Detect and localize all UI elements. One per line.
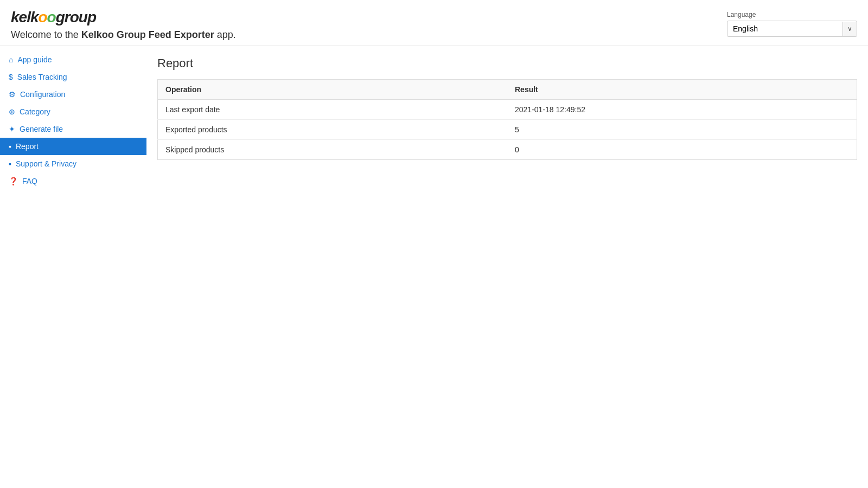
- sidebar-item-sales-tracking[interactable]: $Sales Tracking: [0, 68, 146, 86]
- column-operation: Operation: [158, 80, 508, 100]
- sidebar-label-report: Report: [16, 142, 39, 151]
- sidebar-icon-generate-file: ✦: [9, 125, 15, 133]
- logo-o1: o: [39, 9, 47, 25]
- chevron-down-icon: ∨: [843, 22, 857, 36]
- table-row: Skipped products0: [158, 140, 857, 160]
- table-body: Last export date2021-01-18 12:49:52Expor…: [158, 100, 857, 160]
- cell-operation-2: Skipped products: [158, 140, 508, 160]
- cell-result-1: 5: [507, 120, 857, 140]
- sidebar: ⌂App guide$Sales Tracking⚙Configuration⊕…: [0, 46, 146, 474]
- sidebar-label-category: Category: [20, 107, 50, 116]
- sidebar-label-support-privacy: Support & Privacy: [16, 159, 76, 168]
- sidebar-item-report[interactable]: ▪Report: [0, 138, 146, 155]
- sidebar-item-generate-file[interactable]: ✦Generate file: [0, 120, 146, 138]
- sidebar-label-app-guide: App guide: [17, 55, 52, 64]
- sidebar-item-faq[interactable]: ❓FAQ: [0, 172, 146, 190]
- table-header-row: Operation Result: [158, 80, 857, 100]
- sidebar-item-configuration[interactable]: ⚙Configuration: [0, 86, 146, 103]
- language-selector[interactable]: Language English ∨: [727, 11, 857, 37]
- column-result: Result: [507, 80, 857, 100]
- sidebar-label-faq: FAQ: [22, 177, 37, 185]
- sidebar-item-app-guide[interactable]: ⌂App guide: [0, 51, 146, 68]
- table-header: Operation Result: [158, 80, 857, 100]
- welcome-prefix: Welcome to the: [11, 29, 81, 40]
- cell-operation-0: Last export date: [158, 100, 508, 120]
- sidebar-icon-support-privacy: ▪: [9, 159, 11, 168]
- logo-text: kelkoogroup: [11, 9, 96, 26]
- welcome-suffix: app.: [214, 29, 236, 40]
- sidebar-icon-app-guide: ⌂: [9, 55, 13, 64]
- cell-result-0: 2021-01-18 12:49:52: [507, 100, 857, 120]
- table-row: Last export date2021-01-18 12:49:52: [158, 100, 857, 120]
- main-content: Report Operation Result Last export date…: [146, 46, 868, 474]
- layout: ⌂App guide$Sales Tracking⚙Configuration⊕…: [0, 46, 868, 474]
- logo-part1: kelk: [11, 9, 39, 25]
- sidebar-icon-configuration: ⚙: [9, 90, 16, 99]
- cell-result-2: 0: [507, 140, 857, 160]
- sidebar-icon-category: ⊕: [9, 107, 15, 116]
- sidebar-icon-faq: ❓: [9, 177, 18, 185]
- sidebar-label-configuration: Configuration: [20, 90, 65, 99]
- sidebar-icon-report: ▪: [9, 142, 11, 151]
- report-title: Report: [157, 56, 857, 70]
- language-select-wrapper[interactable]: English ∨: [727, 21, 857, 37]
- header: kelkoogroup Welcome to the Kelkoo Group …: [0, 0, 868, 46]
- logo-part2: group: [56, 9, 96, 25]
- sidebar-label-generate-file: Generate file: [20, 125, 63, 133]
- logo-o2: o: [47, 9, 56, 25]
- cell-operation-1: Exported products: [158, 120, 508, 140]
- sidebar-item-support-privacy[interactable]: ▪Support & Privacy: [0, 155, 146, 172]
- table-row: Exported products5: [158, 120, 857, 140]
- welcome-bold: Kelkoo Group Feed Exporter: [81, 29, 214, 40]
- sidebar-label-sales-tracking: Sales Tracking: [17, 73, 67, 81]
- sidebar-item-category[interactable]: ⊕Category: [0, 103, 146, 120]
- language-select[interactable]: English: [727, 21, 843, 36]
- report-table: Operation Result Last export date2021-01…: [157, 79, 857, 160]
- language-label: Language: [727, 11, 857, 18]
- sidebar-icon-sales-tracking: $: [9, 73, 13, 81]
